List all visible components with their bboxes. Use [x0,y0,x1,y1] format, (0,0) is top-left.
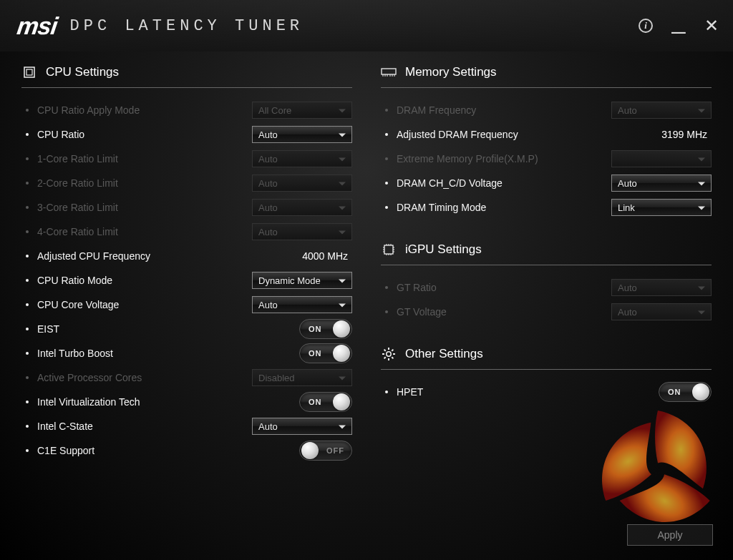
toggle-label: ON [309,349,322,358]
setting-label: Intel Virtualization Tech [37,396,246,408]
setting-label: CPU Ratio Mode [37,275,246,286]
setting-control: ON [246,343,352,363]
dropdown-value: Auto [258,129,278,140]
setting-label: Intel Turbo Boost [37,348,246,359]
toggle-label: OFF [326,446,344,455]
close-button[interactable]: ✕ [704,19,719,33]
svg-rect-9 [384,245,393,254]
chevron-down-icon [339,134,346,137]
setting-control: OFF [246,441,352,461]
intel-virtualization-tech-toggle[interactable]: ON [299,392,352,412]
igpu-icon [381,242,397,257]
svg-line-29 [384,357,386,358]
setting-row-intel-virtualization-tech: Intel Virtualization TechON [21,390,352,414]
bullet-icon [26,133,29,136]
setting-row-intel-c-state: Intel C-StateAuto [21,414,352,438]
bullet-icon [26,109,29,112]
minimize-button[interactable]: _ [671,13,686,27]
right-column: Memory Settings DRAM FrequencyAutoAdjust… [381,64,712,463]
setting-control: Dynamic Mode [246,272,352,289]
setting-control: Auto [246,418,352,435]
bullet-icon [26,401,29,403]
bullet-icon [26,157,29,160]
chevron-down-icon [698,158,705,162]
setting-row-active-processor-cores: Active Processor CoresDisabled [21,365,352,390]
setting-label: DRAM CH_C/D Voltage [397,177,606,189]
bullet-icon [26,303,29,306]
svg-point-22 [387,352,391,356]
setting-row-adjusted-dram-frequency: Adjusted DRAM Frequency3199 MHz [381,122,712,147]
dram-timing-mode-dropdown[interactable]: Link [611,199,712,216]
chevron-down-icon [339,231,346,235]
dropdown-value: Auto [618,178,637,189]
extreme-memory-profile-x-m-p-dropdown [611,150,712,167]
setting-control: Auto [246,199,352,216]
dropdown-value: Auto [258,227,278,237]
dropdown-value: Auto [258,202,278,213]
other-items: HPETON [381,380,712,404]
info-button[interactable]: i [639,19,653,33]
adjusted-dram-frequency-value: 3199 MHz [611,129,712,140]
info-icon: i [639,19,653,33]
other-section-header: Other Settings [381,346,712,370]
eist-toggle[interactable]: ON [299,319,352,339]
setting-row-4-core-ratio-limit: 4-Core Ratio LimitAuto [21,220,352,244]
bullet-icon [385,390,388,393]
dropdown-value: Auto [618,307,637,318]
dropdown-value: Auto [618,105,637,116]
chevron-down-icon [339,304,346,308]
setting-row-adjusted-cpu-frequency: Adjusted CPU Frequency4000 MHz [21,244,352,268]
setting-label: 2-Core Ratio Limit [37,177,246,189]
cpu-ratio-dropdown[interactable]: Auto [252,126,352,143]
apply-button[interactable]: Apply [627,524,713,546]
bullet-icon [26,328,29,330]
cpu-icon [21,64,37,80]
intel-c-state-dropdown[interactable]: Auto [252,418,352,435]
dram-ch-c-d-voltage-dropdown[interactable]: Auto [611,175,712,192]
chevron-down-icon [339,280,346,283]
cpu-ratio-mode-dropdown[interactable]: Dynamic Mode [252,272,352,289]
setting-label: Adjusted DRAM Frequency [397,129,606,140]
setting-control: 4000 MHz [246,250,352,262]
bullet-icon [385,157,388,160]
3-core-ratio-limit-dropdown: Auto [252,199,352,216]
app-title: DPC LATENCY TUNER [70,17,304,35]
setting-row-cpu-core-voltage: CPU Core VoltageAuto [21,293,352,317]
bullet-icon [26,449,29,452]
svg-line-27 [384,350,386,351]
hpet-toggle[interactable]: ON [659,382,712,402]
setting-row-dram-frequency: DRAM FrequencyAuto [381,98,712,122]
gear-icon [381,346,397,362]
chevron-down-icon [339,182,346,186]
dropdown-value: All Core [258,105,291,116]
c1e-support-toggle[interactable]: OFF [299,441,352,461]
setting-row-1-core-ratio-limit: 1-Core Ratio LimitAuto [21,147,352,171]
svg-rect-2 [382,69,396,74]
cpu-core-voltage-dropdown[interactable]: Auto [252,296,352,313]
gt-voltage-dropdown: Auto [611,303,712,320]
setting-row-dram-ch-c-d-voltage: DRAM CH_C/D VoltageAuto [381,171,712,195]
chevron-down-icon [339,377,346,380]
bullet-icon [26,230,29,233]
chevron-down-icon [698,311,705,315]
intel-turbo-boost-toggle[interactable]: ON [299,343,352,363]
setting-control: Disabled [246,369,352,386]
bullet-icon [385,286,388,289]
cpu-ratio-apply-mode-dropdown: All Core [252,102,352,119]
setting-row-intel-turbo-boost: Intel Turbo BoostON [21,341,352,365]
1-core-ratio-limit-dropdown: Auto [252,150,352,167]
chevron-down-icon [698,207,705,210]
dropdown-value: Disabled [258,373,295,383]
memory-items: DRAM FrequencyAutoAdjusted DRAM Frequenc… [381,98,712,220]
setting-label: 3-Core Ratio Limit [37,202,246,213]
setting-row-dram-timing-mode: DRAM Timing ModeLink [381,195,712,220]
4-core-ratio-limit-dropdown: Auto [252,223,352,240]
setting-label: Extreme Memory Profile(X.M.P) [397,153,606,164]
dropdown-value: Auto [258,300,278,310]
toggle-label: ON [309,325,322,333]
brand-logo: msi [15,12,59,40]
toggle-knob [301,442,319,459]
setting-control: Link [606,199,712,216]
chevron-down-icon [339,426,346,429]
setting-row-c1e-support: C1E SupportOFF [21,438,352,463]
